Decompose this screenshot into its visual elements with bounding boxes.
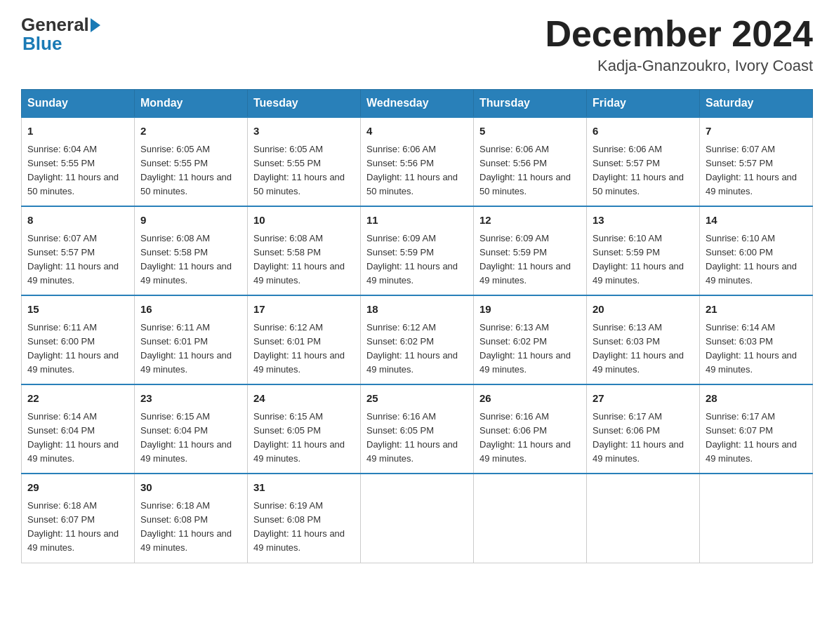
day-info: Sunrise: 6:19 AMSunset: 6:08 PMDaylight:… bbox=[253, 500, 345, 553]
table-row: 21 Sunrise: 6:14 AMSunset: 6:03 PMDaylig… bbox=[700, 295, 813, 384]
table-row: 28 Sunrise: 6:17 AMSunset: 6:07 PMDaylig… bbox=[700, 384, 813, 474]
day-info: Sunrise: 6:06 AMSunset: 5:56 PMDaylight:… bbox=[479, 144, 571, 196]
col-monday: Monday bbox=[135, 90, 248, 118]
day-info: Sunrise: 6:06 AMSunset: 5:57 PMDaylight:… bbox=[593, 144, 684, 196]
table-row: 30 Sunrise: 6:18 AMSunset: 6:08 PMDaylig… bbox=[135, 474, 248, 563]
day-number: 28 bbox=[706, 391, 807, 407]
table-row: 29 Sunrise: 6:18 AMSunset: 6:07 PMDaylig… bbox=[22, 474, 135, 563]
day-number: 19 bbox=[479, 302, 581, 318]
day-number: 30 bbox=[140, 480, 241, 496]
table-row bbox=[587, 474, 700, 563]
table-row: 31 Sunrise: 6:19 AMSunset: 6:08 PMDaylig… bbox=[248, 474, 361, 563]
day-info: Sunrise: 6:18 AMSunset: 6:07 PMDaylight:… bbox=[27, 500, 119, 553]
table-row: 3 Sunrise: 6:05 AMSunset: 5:55 PMDayligh… bbox=[248, 117, 361, 206]
day-number: 2 bbox=[140, 123, 241, 140]
day-info: Sunrise: 6:13 AMSunset: 6:03 PMDaylight:… bbox=[593, 322, 684, 375]
day-number: 12 bbox=[479, 213, 581, 229]
location: Kadja-Gnanzoukro, Ivory Coast bbox=[545, 57, 813, 75]
table-row: 6 Sunrise: 6:06 AMSunset: 5:57 PMDayligh… bbox=[587, 117, 700, 206]
table-row: 13 Sunrise: 6:10 AMSunset: 5:59 PMDaylig… bbox=[587, 206, 700, 295]
calendar-week-row: 29 Sunrise: 6:18 AMSunset: 6:07 PMDaylig… bbox=[22, 474, 813, 563]
day-info: Sunrise: 6:14 AMSunset: 6:04 PMDaylight:… bbox=[27, 411, 119, 464]
col-friday: Friday bbox=[587, 90, 700, 118]
day-info: Sunrise: 6:10 AMSunset: 5:59 PMDaylight:… bbox=[593, 233, 684, 286]
table-row: 1 Sunrise: 6:04 AMSunset: 5:55 PMDayligh… bbox=[22, 117, 135, 206]
day-info: Sunrise: 6:10 AMSunset: 6:00 PMDaylight:… bbox=[706, 233, 797, 286]
col-thursday: Thursday bbox=[474, 90, 587, 118]
table-row: 26 Sunrise: 6:16 AMSunset: 6:06 PMDaylig… bbox=[474, 384, 587, 474]
table-row bbox=[474, 474, 587, 563]
day-info: Sunrise: 6:15 AMSunset: 6:05 PMDaylight:… bbox=[253, 411, 345, 464]
day-info: Sunrise: 6:07 AMSunset: 5:57 PMDaylight:… bbox=[706, 144, 797, 196]
calendar-header-row: Sunday Monday Tuesday Wednesday Thursday… bbox=[22, 90, 813, 118]
day-number: 21 bbox=[706, 302, 807, 318]
table-row: 12 Sunrise: 6:09 AMSunset: 5:59 PMDaylig… bbox=[474, 206, 587, 295]
col-saturday: Saturday bbox=[700, 90, 813, 118]
day-info: Sunrise: 6:04 AMSunset: 5:55 PMDaylight:… bbox=[27, 144, 119, 196]
table-row: 2 Sunrise: 6:05 AMSunset: 5:55 PMDayligh… bbox=[135, 117, 248, 206]
logo-arrow-icon bbox=[91, 18, 100, 32]
table-row: 9 Sunrise: 6:08 AMSunset: 5:58 PMDayligh… bbox=[135, 206, 248, 295]
day-number: 15 bbox=[27, 302, 128, 318]
day-info: Sunrise: 6:07 AMSunset: 5:57 PMDaylight:… bbox=[27, 233, 119, 286]
day-info: Sunrise: 6:12 AMSunset: 6:02 PMDaylight:… bbox=[366, 322, 458, 375]
day-number: 25 bbox=[366, 391, 468, 407]
day-info: Sunrise: 6:09 AMSunset: 5:59 PMDaylight:… bbox=[479, 233, 571, 286]
table-row: 22 Sunrise: 6:14 AMSunset: 6:04 PMDaylig… bbox=[22, 384, 135, 474]
day-info: Sunrise: 6:17 AMSunset: 6:07 PMDaylight:… bbox=[706, 411, 797, 464]
table-row: 11 Sunrise: 6:09 AMSunset: 5:59 PMDaylig… bbox=[361, 206, 474, 295]
day-number: 24 bbox=[253, 391, 355, 407]
day-info: Sunrise: 6:12 AMSunset: 6:01 PMDaylight:… bbox=[253, 322, 345, 375]
day-number: 8 bbox=[27, 213, 128, 229]
calendar-week-row: 22 Sunrise: 6:14 AMSunset: 6:04 PMDaylig… bbox=[22, 384, 813, 474]
logo: General Blue bbox=[21, 14, 102, 55]
table-row: 20 Sunrise: 6:13 AMSunset: 6:03 PMDaylig… bbox=[587, 295, 700, 384]
day-number: 18 bbox=[366, 302, 468, 318]
table-row: 5 Sunrise: 6:06 AMSunset: 5:56 PMDayligh… bbox=[474, 117, 587, 206]
title-section: December 2024 Kadja-Gnanzoukro, Ivory Co… bbox=[545, 14, 813, 75]
day-info: Sunrise: 6:11 AMSunset: 6:00 PMDaylight:… bbox=[27, 322, 119, 375]
day-number: 29 bbox=[27, 480, 128, 496]
table-row: 19 Sunrise: 6:13 AMSunset: 6:02 PMDaylig… bbox=[474, 295, 587, 384]
day-number: 7 bbox=[706, 123, 807, 140]
day-number: 23 bbox=[140, 391, 241, 407]
day-info: Sunrise: 6:16 AMSunset: 6:06 PMDaylight:… bbox=[479, 411, 571, 464]
day-info: Sunrise: 6:09 AMSunset: 5:59 PMDaylight:… bbox=[366, 233, 458, 286]
table-row bbox=[361, 474, 474, 563]
day-info: Sunrise: 6:08 AMSunset: 5:58 PMDaylight:… bbox=[140, 233, 232, 286]
calendar-week-row: 15 Sunrise: 6:11 AMSunset: 6:00 PMDaylig… bbox=[22, 295, 813, 384]
col-tuesday: Tuesday bbox=[248, 90, 361, 118]
day-info: Sunrise: 6:14 AMSunset: 6:03 PMDaylight:… bbox=[706, 322, 797, 375]
table-row: 16 Sunrise: 6:11 AMSunset: 6:01 PMDaylig… bbox=[135, 295, 248, 384]
table-row: 10 Sunrise: 6:08 AMSunset: 5:58 PMDaylig… bbox=[248, 206, 361, 295]
day-number: 4 bbox=[366, 123, 468, 140]
table-row: 7 Sunrise: 6:07 AMSunset: 5:57 PMDayligh… bbox=[700, 117, 813, 206]
day-number: 17 bbox=[253, 302, 355, 318]
table-row bbox=[700, 474, 813, 563]
day-number: 22 bbox=[27, 391, 128, 407]
table-row: 27 Sunrise: 6:17 AMSunset: 6:06 PMDaylig… bbox=[587, 384, 700, 474]
day-info: Sunrise: 6:11 AMSunset: 6:01 PMDaylight:… bbox=[140, 322, 232, 375]
day-number: 1 bbox=[27, 123, 128, 140]
calendar-table: Sunday Monday Tuesday Wednesday Thursday… bbox=[21, 89, 813, 563]
day-number: 6 bbox=[593, 123, 694, 140]
day-info: Sunrise: 6:16 AMSunset: 6:05 PMDaylight:… bbox=[366, 411, 458, 464]
day-number: 26 bbox=[479, 391, 581, 407]
day-number: 5 bbox=[479, 123, 581, 140]
col-wednesday: Wednesday bbox=[361, 90, 474, 118]
logo-blue: Blue bbox=[22, 33, 62, 54]
day-info: Sunrise: 6:05 AMSunset: 5:55 PMDaylight:… bbox=[253, 144, 345, 196]
day-info: Sunrise: 6:17 AMSunset: 6:06 PMDaylight:… bbox=[593, 411, 684, 464]
month-title: December 2024 bbox=[545, 14, 813, 54]
page-header: General Blue December 2024 Kadja-Gnanzou… bbox=[21, 14, 813, 75]
table-row: 25 Sunrise: 6:16 AMSunset: 6:05 PMDaylig… bbox=[361, 384, 474, 474]
day-info: Sunrise: 6:13 AMSunset: 6:02 PMDaylight:… bbox=[479, 322, 571, 375]
col-sunday: Sunday bbox=[22, 90, 135, 118]
day-number: 10 bbox=[253, 213, 355, 229]
table-row: 4 Sunrise: 6:06 AMSunset: 5:56 PMDayligh… bbox=[361, 117, 474, 206]
day-number: 3 bbox=[253, 123, 355, 140]
table-row: 8 Sunrise: 6:07 AMSunset: 5:57 PMDayligh… bbox=[22, 206, 135, 295]
day-number: 9 bbox=[140, 213, 241, 229]
day-number: 31 bbox=[253, 480, 355, 496]
table-row: 14 Sunrise: 6:10 AMSunset: 6:00 PMDaylig… bbox=[700, 206, 813, 295]
